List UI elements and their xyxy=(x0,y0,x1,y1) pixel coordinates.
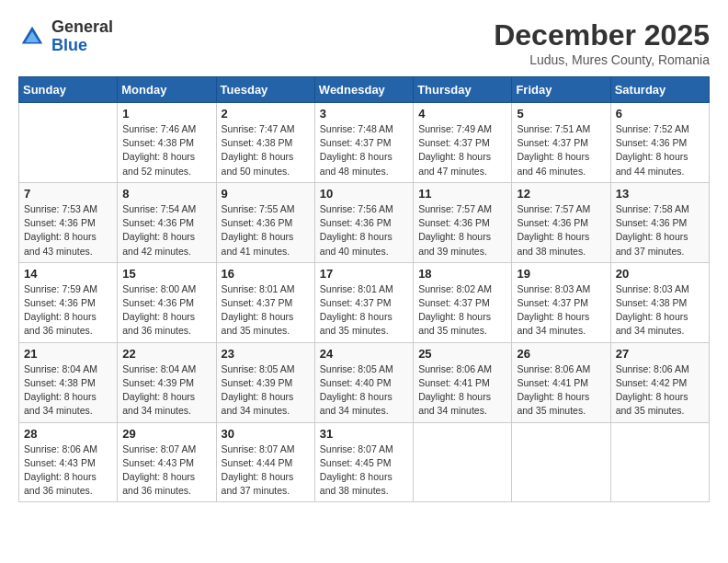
header-day-saturday: Saturday xyxy=(610,77,709,103)
calendar-cell: 23Sunrise: 8:05 AM Sunset: 4:39 PM Dayli… xyxy=(216,342,314,422)
day-number: 28 xyxy=(24,427,112,441)
calendar-cell xyxy=(512,422,610,502)
calendar-cell: 9Sunrise: 7:55 AM Sunset: 4:36 PM Daylig… xyxy=(216,182,314,262)
day-number: 12 xyxy=(517,187,605,201)
day-info: Sunrise: 8:06 AM Sunset: 4:41 PM Dayligh… xyxy=(517,362,605,419)
calendar-cell: 15Sunrise: 8:00 AM Sunset: 4:36 PM Dayli… xyxy=(118,262,216,342)
day-info: Sunrise: 8:07 AM Sunset: 4:45 PM Dayligh… xyxy=(320,442,408,499)
calendar-week-5: 28Sunrise: 8:06 AM Sunset: 4:43 PM Dayli… xyxy=(19,422,710,502)
header-day-monday: Monday xyxy=(118,77,216,103)
day-info: Sunrise: 8:06 AM Sunset: 4:41 PM Dayligh… xyxy=(418,362,506,419)
day-number: 1 xyxy=(122,107,210,121)
day-info: Sunrise: 7:48 AM Sunset: 4:37 PM Dayligh… xyxy=(320,122,408,178)
day-info: Sunrise: 7:54 AM Sunset: 4:36 PM Dayligh… xyxy=(122,202,210,259)
calendar-week-4: 21Sunrise: 8:04 AM Sunset: 4:38 PM Dayli… xyxy=(19,342,710,422)
calendar-cell: 12Sunrise: 7:57 AM Sunset: 4:36 PM Dayli… xyxy=(512,182,610,262)
day-info: Sunrise: 8:05 AM Sunset: 4:39 PM Dayligh… xyxy=(222,362,310,419)
calendar-cell: 13Sunrise: 7:58 AM Sunset: 4:36 PM Dayli… xyxy=(610,182,709,262)
calendar-cell xyxy=(610,422,709,502)
calendar-cell: 2Sunrise: 7:47 AM Sunset: 4:38 PM Daylig… xyxy=(216,103,314,183)
day-number: 31 xyxy=(320,427,408,441)
calendar-cell: 31Sunrise: 8:07 AM Sunset: 4:45 PM Dayli… xyxy=(314,422,413,502)
calendar-cell xyxy=(19,103,118,183)
title-section: December 2025 Ludus, Mures County, Roman… xyxy=(494,18,710,67)
day-info: Sunrise: 7:57 AM Sunset: 4:36 PM Dayligh… xyxy=(517,202,605,259)
calendar-cell xyxy=(414,422,512,502)
calendar-cell: 16Sunrise: 8:01 AM Sunset: 4:37 PM Dayli… xyxy=(216,262,314,342)
day-number: 16 xyxy=(222,267,310,281)
day-number: 19 xyxy=(517,267,605,281)
header-day-thursday: Thursday xyxy=(414,77,512,103)
header-day-sunday: Sunday xyxy=(19,77,118,103)
day-number: 9 xyxy=(222,187,310,201)
day-info: Sunrise: 7:55 AM Sunset: 4:36 PM Dayligh… xyxy=(222,202,310,259)
day-number: 24 xyxy=(320,347,408,361)
logo-text: General Blue xyxy=(51,18,113,55)
page-header: General Blue December 2025 Ludus, Mures … xyxy=(18,18,710,67)
calendar-cell: 20Sunrise: 8:03 AM Sunset: 4:38 PM Dayli… xyxy=(610,262,709,342)
calendar-cell: 5Sunrise: 7:51 AM Sunset: 4:37 PM Daylig… xyxy=(512,103,610,183)
day-number: 11 xyxy=(418,187,506,201)
day-info: Sunrise: 8:03 AM Sunset: 4:38 PM Dayligh… xyxy=(616,282,704,339)
calendar-week-3: 14Sunrise: 7:59 AM Sunset: 4:36 PM Dayli… xyxy=(19,262,710,342)
day-number: 2 xyxy=(222,107,310,121)
header-day-wednesday: Wednesday xyxy=(314,77,413,103)
day-info: Sunrise: 7:51 AM Sunset: 4:37 PM Dayligh… xyxy=(517,122,605,178)
day-info: Sunrise: 8:03 AM Sunset: 4:37 PM Dayligh… xyxy=(517,282,605,339)
day-number: 7 xyxy=(24,187,112,201)
day-info: Sunrise: 8:01 AM Sunset: 4:37 PM Dayligh… xyxy=(222,282,310,339)
day-number: 8 xyxy=(122,187,210,201)
day-number: 5 xyxy=(517,107,605,121)
day-number: 21 xyxy=(24,347,112,361)
logo: General Blue xyxy=(18,18,113,55)
calendar-cell: 30Sunrise: 8:07 AM Sunset: 4:44 PM Dayli… xyxy=(216,422,314,502)
calendar-week-1: 1Sunrise: 7:46 AM Sunset: 4:38 PM Daylig… xyxy=(19,103,710,183)
day-number: 17 xyxy=(320,267,408,281)
day-number: 22 xyxy=(122,347,210,361)
day-info: Sunrise: 7:56 AM Sunset: 4:36 PM Dayligh… xyxy=(320,202,408,259)
calendar-cell: 14Sunrise: 7:59 AM Sunset: 4:36 PM Dayli… xyxy=(19,262,118,342)
day-info: Sunrise: 7:53 AM Sunset: 4:36 PM Dayligh… xyxy=(24,202,112,259)
day-info: Sunrise: 8:04 AM Sunset: 4:39 PM Dayligh… xyxy=(122,362,210,419)
day-info: Sunrise: 8:00 AM Sunset: 4:36 PM Dayligh… xyxy=(122,282,210,339)
calendar-week-2: 7Sunrise: 7:53 AM Sunset: 4:36 PM Daylig… xyxy=(19,182,710,262)
header-day-tuesday: Tuesday xyxy=(216,77,314,103)
calendar-cell: 10Sunrise: 7:56 AM Sunset: 4:36 PM Dayli… xyxy=(314,182,413,262)
header-day-friday: Friday xyxy=(512,77,610,103)
day-info: Sunrise: 7:59 AM Sunset: 4:36 PM Dayligh… xyxy=(24,282,112,339)
calendar-cell: 25Sunrise: 8:06 AM Sunset: 4:41 PM Dayli… xyxy=(414,342,512,422)
day-info: Sunrise: 8:04 AM Sunset: 4:38 PM Dayligh… xyxy=(24,362,112,419)
month-title: December 2025 xyxy=(494,18,710,52)
day-info: Sunrise: 8:02 AM Sunset: 4:37 PM Dayligh… xyxy=(418,282,506,339)
day-number: 3 xyxy=(320,107,408,121)
day-number: 27 xyxy=(616,347,704,361)
calendar-cell: 19Sunrise: 8:03 AM Sunset: 4:37 PM Dayli… xyxy=(512,262,610,342)
day-number: 18 xyxy=(418,267,506,281)
day-number: 29 xyxy=(122,427,210,441)
day-number: 10 xyxy=(320,187,408,201)
calendar-cell: 29Sunrise: 8:07 AM Sunset: 4:43 PM Dayli… xyxy=(118,422,216,502)
calendar-cell: 26Sunrise: 8:06 AM Sunset: 4:41 PM Dayli… xyxy=(512,342,610,422)
day-info: Sunrise: 8:06 AM Sunset: 4:43 PM Dayligh… xyxy=(24,442,112,499)
location-title: Ludus, Mures County, Romania xyxy=(494,52,710,67)
calendar-cell: 11Sunrise: 7:57 AM Sunset: 4:36 PM Dayli… xyxy=(414,182,512,262)
calendar-cell: 27Sunrise: 8:06 AM Sunset: 4:42 PM Dayli… xyxy=(610,342,709,422)
calendar-cell: 22Sunrise: 8:04 AM Sunset: 4:39 PM Dayli… xyxy=(118,342,216,422)
day-number: 20 xyxy=(616,267,704,281)
calendar-cell: 7Sunrise: 7:53 AM Sunset: 4:36 PM Daylig… xyxy=(19,182,118,262)
calendar-table: SundayMondayTuesdayWednesdayThursdayFrid… xyxy=(18,76,710,502)
calendar-cell: 21Sunrise: 8:04 AM Sunset: 4:38 PM Dayli… xyxy=(19,342,118,422)
day-number: 4 xyxy=(418,107,506,121)
day-number: 6 xyxy=(616,107,704,121)
day-info: Sunrise: 8:06 AM Sunset: 4:42 PM Dayligh… xyxy=(616,362,704,419)
day-info: Sunrise: 8:07 AM Sunset: 4:43 PM Dayligh… xyxy=(122,442,210,499)
calendar-cell: 1Sunrise: 7:46 AM Sunset: 4:38 PM Daylig… xyxy=(118,103,216,183)
day-info: Sunrise: 7:57 AM Sunset: 4:36 PM Dayligh… xyxy=(418,202,506,259)
day-info: Sunrise: 7:58 AM Sunset: 4:36 PM Dayligh… xyxy=(616,202,704,259)
day-number: 13 xyxy=(616,187,704,201)
calendar-header-row: SundayMondayTuesdayWednesdayThursdayFrid… xyxy=(19,77,710,103)
logo-icon xyxy=(18,23,46,51)
day-info: Sunrise: 7:49 AM Sunset: 4:37 PM Dayligh… xyxy=(418,122,506,178)
day-info: Sunrise: 8:07 AM Sunset: 4:44 PM Dayligh… xyxy=(222,442,310,499)
day-info: Sunrise: 8:05 AM Sunset: 4:40 PM Dayligh… xyxy=(320,362,408,419)
